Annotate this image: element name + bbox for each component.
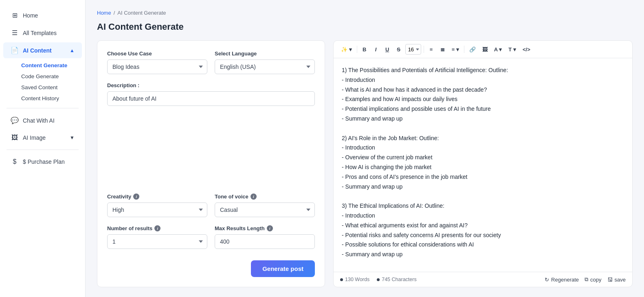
char-count: 745 Characters (382, 277, 416, 282)
strikethrough-button[interactable]: S (394, 44, 404, 55)
breadcrumb: Home / AI Content Generate (97, 10, 633, 16)
italic-button[interactable]: I (371, 44, 381, 55)
sidebar-item-chat[interactable]: 💬 Chat With AI (3, 112, 82, 128)
sidebar-item-ai-image[interactable]: 🖼 AI Image ▼ (3, 130, 82, 145)
max-length-label: Max Results Length i (215, 225, 315, 231)
image-icon: 🖼 (11, 134, 19, 141)
creativity-select[interactable]: Low Medium High (107, 202, 207, 217)
tone-info-icon: i (251, 194, 257, 200)
output-footer: 130 Words 745 Characters ↻ Regenerate ⧉ (334, 272, 632, 287)
image-button[interactable]: 🖼 (480, 44, 490, 55)
page-title: AI Content Generate (97, 22, 633, 32)
use-case-label: Choose Use Case (107, 51, 207, 57)
tone-select[interactable]: Casual Formal Friendly Professional (215, 202, 315, 217)
language-label: Select Language (215, 51, 315, 57)
word-dot (340, 278, 343, 281)
description-group: Description : (107, 82, 315, 185)
sidebar-chat-label: Chat With AI (23, 117, 55, 124)
char-dot (377, 278, 380, 281)
creativity-info-icon: i (133, 194, 139, 200)
home-icon: ⊞ (11, 11, 19, 19)
word-count-stat: 130 Words (340, 277, 369, 282)
regenerate-button[interactable]: ↻ Regenerate (545, 277, 579, 283)
generate-button[interactable]: Generate post (251, 260, 315, 277)
sidebar-item-ai-content[interactable]: 📄 AI Content ▲ (3, 42, 82, 58)
ordered-list-button[interactable]: ≣ (438, 44, 448, 55)
breadcrumb-current: AI Content Generate (117, 10, 166, 16)
use-case-language-row: Choose Use Case Blog Ideas Article Email… (107, 51, 315, 74)
regenerate-icon: ↻ (545, 277, 549, 283)
use-case-select[interactable]: Blog Ideas Article Email Social Post (107, 59, 207, 74)
breadcrumb-home[interactable]: Home (97, 10, 111, 16)
output-content: 1) The Possibilities and Potentials of A… (334, 58, 632, 272)
chevron-down-icon: ▼ (70, 135, 75, 141)
sidebar: ⊞ Home ☰ All Templates 📄 AI Content ▲ Co… (0, 0, 86, 297)
sidebar-purchase-label: $ Purchase Plan (23, 158, 65, 165)
output-panel: ✨ ▾ B I U S 14 16 18 20 ≡ ≣ ≡ ▾ (333, 40, 633, 287)
sidebar-home-label: Home (23, 12, 38, 19)
creativity-label: Creativity i (107, 194, 207, 200)
tone-label: Tone of voice i (215, 194, 315, 200)
magic-button[interactable]: ✨ ▾ (338, 44, 354, 55)
divider-2 (7, 150, 79, 150)
toolbar-divider-3 (464, 46, 464, 53)
sidebar-item-home[interactable]: ⊞ Home (3, 7, 82, 23)
main-area: Home / AI Content Generate AI Content Ge… (86, 0, 644, 297)
footer-actions: ↻ Regenerate ⧉ copy 🖫 save (545, 276, 626, 283)
sidebar-ai-content-label: AI Content (23, 47, 52, 54)
creativity-tone-row: Creativity i Low Medium High Tone of voi… (107, 194, 315, 217)
sidebar-sub-item-content-history[interactable]: Content History (18, 93, 82, 104)
results-group: Number of results i 1 2 3 4 5 (107, 225, 207, 249)
menu-icon: ☰ (11, 29, 19, 37)
link-button[interactable]: 🔗 (467, 44, 478, 55)
content-area: Home / AI Content Generate AI Content Ge… (86, 0, 644, 297)
document-icon: 📄 (11, 46, 19, 54)
sidebar-sub-item-code-generate[interactable]: Code Generate (18, 71, 82, 82)
results-select[interactable]: 1 2 3 4 5 (107, 234, 207, 249)
tone-group: Tone of voice i Casual Formal Friendly P… (215, 194, 315, 217)
toolbar: ✨ ▾ B I U S 14 16 18 20 ≡ ≣ ≡ ▾ (334, 41, 632, 58)
text-color-button[interactable]: A ▾ (492, 44, 505, 55)
word-count: 130 Words (345, 277, 369, 282)
max-length-info-icon: i (267, 225, 273, 231)
bold-button[interactable]: B (360, 44, 369, 55)
divider-1 (7, 108, 79, 108)
description-input[interactable] (107, 91, 315, 106)
form-panel: Choose Use Case Blog Ideas Article Email… (97, 40, 325, 287)
use-case-group: Choose Use Case Blog Ideas Article Email… (107, 51, 207, 74)
max-length-input[interactable] (215, 234, 315, 249)
text-size-button[interactable]: T ▾ (506, 44, 519, 55)
save-icon: 🖫 (607, 277, 613, 283)
underline-button[interactable]: U (382, 44, 392, 55)
sidebar-item-purchase[interactable]: $ $ Purchase Plan (3, 154, 82, 169)
results-info-icon: i (154, 225, 160, 231)
toolbar-divider-1 (357, 46, 357, 53)
bullet-list-button[interactable]: ≡ (426, 44, 436, 55)
sidebar-all-templates-label: All Templates (23, 30, 57, 36)
two-col-layout: Choose Use Case Blog Ideas Article Email… (97, 40, 633, 287)
toolbar-divider-2 (424, 46, 424, 53)
language-group: Select Language English (USA) French Spa… (215, 51, 315, 74)
creativity-group: Creativity i Low Medium High (107, 194, 207, 217)
align-button[interactable]: ≡ ▾ (449, 44, 462, 55)
sidebar-sub-item-content-generate[interactable]: Content Generate (18, 60, 82, 71)
code-button[interactable]: </> (520, 44, 533, 55)
results-length-row: Number of results i 1 2 3 4 5 (107, 225, 315, 249)
max-length-group: Max Results Length i (215, 225, 315, 249)
sidebar-sub-menu: Content Generate Code Generate Saved Con… (0, 59, 85, 105)
description-label: Description : (107, 82, 315, 88)
sidebar-sub-item-saved-content[interactable]: Saved Content (18, 82, 82, 93)
font-size-select[interactable]: 14 16 18 20 (405, 44, 421, 55)
copy-icon: ⧉ (585, 276, 588, 283)
save-button[interactable]: 🖫 save (607, 277, 626, 283)
breadcrumb-separator: / (114, 10, 115, 16)
results-label: Number of results i (107, 225, 207, 231)
chat-icon: 💬 (11, 117, 19, 124)
sidebar-item-all-templates[interactable]: ☰ All Templates (3, 25, 82, 41)
copy-button[interactable]: ⧉ copy (585, 276, 601, 283)
language-select[interactable]: English (USA) French Spanish German (215, 59, 315, 74)
sidebar-ai-image-label: AI Image (23, 134, 46, 141)
char-count-stat: 745 Characters (377, 277, 416, 282)
chevron-up-icon: ▲ (70, 48, 75, 53)
dollar-icon: $ (11, 158, 19, 165)
